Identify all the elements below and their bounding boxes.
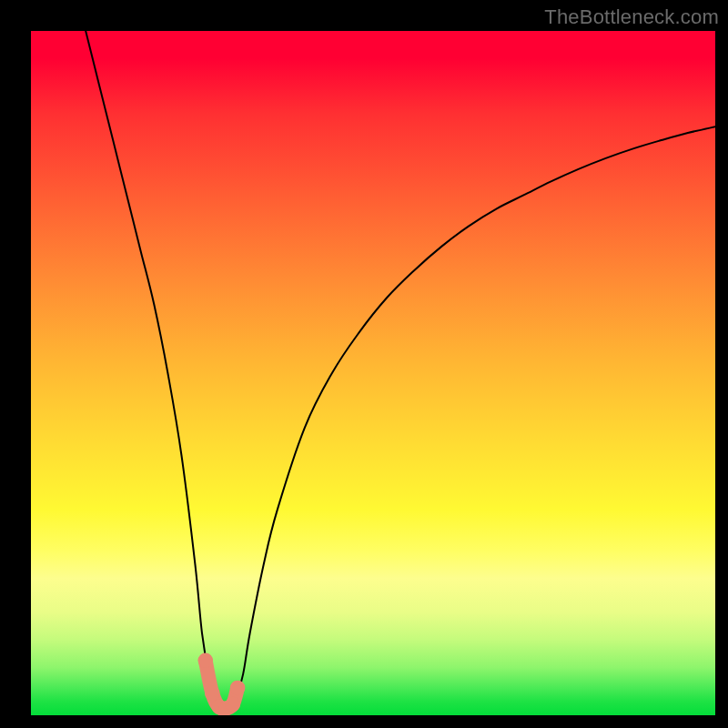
watermark-text: TheBottleneck.com bbox=[544, 5, 719, 29]
chart-frame: TheBottleneck.com bbox=[0, 0, 728, 728]
optimal-marker bbox=[205, 686, 220, 702]
bottleneck-curve bbox=[31, 31, 715, 715]
optimal-marker bbox=[226, 697, 241, 713]
optimal-marker bbox=[230, 681, 246, 696]
optimal-marker bbox=[197, 653, 213, 669]
plot-area bbox=[31, 31, 715, 715]
